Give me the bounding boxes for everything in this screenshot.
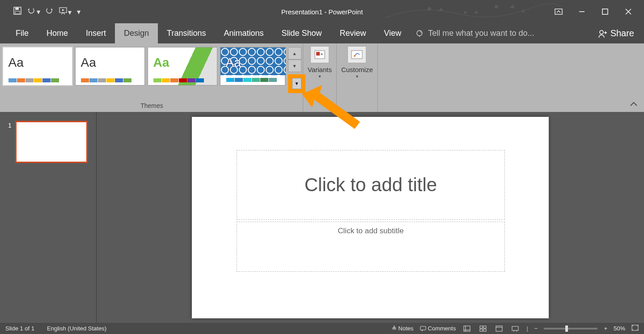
svg-rect-1 bbox=[15, 8, 19, 10]
theme-palette bbox=[81, 78, 131, 82]
group-label-themes: Themes bbox=[140, 100, 163, 111]
slide-indicator[interactable]: Slide 1 of 1 bbox=[5, 325, 34, 332]
collapse-ribbon-icon[interactable] bbox=[630, 101, 638, 108]
theme-preview-text: Aa bbox=[226, 56, 241, 70]
svg-rect-31 bbox=[480, 326, 483, 328]
tell-me-placeholder: Tell me what you want to do... bbox=[428, 29, 534, 38]
theme-integral[interactable]: Aa bbox=[220, 47, 285, 86]
svg-point-6 bbox=[495, 5, 498, 9]
save-icon[interactable] bbox=[13, 7, 21, 17]
svg-rect-37 bbox=[512, 326, 518, 330]
svg-rect-14 bbox=[419, 35, 420, 37]
redo-icon[interactable] bbox=[46, 7, 54, 16]
window-controls bbox=[552, 5, 644, 18]
ribbon-display-options-icon[interactable] bbox=[552, 5, 565, 18]
svg-point-4 bbox=[428, 7, 431, 11]
svg-rect-10 bbox=[602, 9, 608, 14]
status-bar: Slide 1 of 1 English (United States) ≜ N… bbox=[0, 323, 644, 334]
group-variants: a Variants ▼ bbox=[303, 43, 337, 112]
svg-point-15 bbox=[600, 30, 603, 34]
fit-to-window-icon[interactable] bbox=[631, 325, 639, 332]
comments-button[interactable]: Comments bbox=[420, 325, 456, 332]
slide-canvas-area: Click to add title Click to add subtitle bbox=[97, 112, 644, 323]
slide-thumbnail-number: 1 bbox=[8, 122, 12, 129]
tab-file[interactable]: File bbox=[7, 23, 38, 43]
slideshow-view-icon[interactable] bbox=[510, 325, 520, 332]
ribbon-tabs: File Home Insert Design Transitions Anim… bbox=[0, 23, 644, 43]
theme-preview-text: Aa bbox=[153, 56, 169, 70]
slideshow-from-start-icon[interactable]: ▾ bbox=[59, 7, 72, 17]
theme-preview-text: Aa bbox=[8, 56, 24, 70]
svg-point-25 bbox=[354, 55, 356, 57]
undo-icon[interactable]: ▾ bbox=[27, 7, 40, 16]
theme-palette bbox=[8, 78, 59, 82]
svg-rect-2 bbox=[15, 11, 20, 14]
normal-view-icon[interactable] bbox=[462, 325, 472, 332]
notes-button[interactable]: ≜ Notes bbox=[392, 325, 414, 332]
editor-area: 1 Click to add title Click to add subtit… bbox=[0, 112, 644, 323]
svg-rect-22 bbox=[316, 52, 320, 56]
theme-office[interactable]: Aa bbox=[3, 47, 72, 86]
variants-label: Variants bbox=[308, 66, 332, 73]
theme-preview-text: Aa bbox=[81, 56, 96, 70]
title-bar: ▾ ▾ ▾ Presentation1 - PowerPoint bbox=[0, 0, 644, 23]
tab-insert[interactable]: Insert bbox=[77, 23, 115, 43]
tab-animations[interactable]: Animations bbox=[215, 23, 272, 43]
theme-palette bbox=[153, 78, 204, 82]
reading-view-icon[interactable] bbox=[494, 325, 504, 332]
tab-view[interactable]: View bbox=[375, 23, 411, 43]
themes-more-button[interactable]: ▼ bbox=[292, 78, 301, 89]
zoom-out-button[interactable]: − bbox=[534, 325, 538, 332]
tab-home[interactable]: Home bbox=[38, 23, 77, 43]
share-button[interactable]: Share bbox=[588, 23, 644, 43]
minimize-icon[interactable] bbox=[575, 5, 589, 18]
tab-review[interactable]: Review bbox=[331, 23, 375, 43]
zoom-slider[interactable] bbox=[544, 328, 597, 330]
qat-customize-icon[interactable]: ▾ bbox=[77, 8, 80, 16]
slide-canvas[interactable]: Click to add title Click to add subtitle bbox=[192, 117, 549, 318]
maximize-icon[interactable] bbox=[598, 5, 612, 18]
svg-rect-35 bbox=[496, 326, 502, 331]
svg-point-5 bbox=[464, 11, 466, 14]
tab-transitions[interactable]: Transitions bbox=[158, 23, 215, 43]
svg-rect-27 bbox=[420, 326, 426, 330]
svg-rect-8 bbox=[555, 9, 562, 14]
group-customize: Customize ▼ bbox=[337, 43, 378, 112]
status-right: ≜ Notes Comments | − + 50% bbox=[392, 325, 639, 332]
status-left: Slide 1 of 1 English (United States) bbox=[5, 325, 106, 332]
slide-sorter-view-icon[interactable] bbox=[478, 325, 488, 332]
title-placeholder[interactable]: Click to add title bbox=[237, 150, 505, 220]
variants-icon[interactable]: a bbox=[310, 46, 329, 63]
tab-design[interactable]: Design bbox=[115, 23, 158, 43]
zoom-in-button[interactable]: + bbox=[604, 325, 607, 332]
themes-gallery: Aa Aa Aa Aa bbox=[2, 46, 302, 86]
tell-me-search[interactable]: Tell me what you want to do... bbox=[415, 23, 534, 43]
svg-rect-24 bbox=[352, 51, 362, 59]
theme-facet[interactable]: Aa bbox=[148, 47, 217, 86]
theme-palette bbox=[226, 77, 277, 82]
close-icon[interactable] bbox=[622, 5, 635, 18]
theme-office-2[interactable]: Aa bbox=[75, 47, 145, 86]
svg-rect-33 bbox=[480, 329, 483, 331]
ribbon-design: Aa Aa Aa Aa bbox=[0, 43, 644, 112]
tab-slideshow[interactable]: Slide Show bbox=[273, 23, 331, 43]
variants-dropdown-icon[interactable]: ▼ bbox=[318, 74, 322, 79]
svg-rect-28 bbox=[464, 326, 470, 331]
zoom-level[interactable]: 50% bbox=[614, 325, 625, 332]
slide-thumbnail-1[interactable] bbox=[15, 121, 88, 163]
share-label: Share bbox=[610, 28, 634, 39]
language-indicator[interactable]: English (United States) bbox=[47, 325, 106, 332]
customize-icon[interactable] bbox=[347, 46, 366, 63]
themes-scroll-up-button[interactable]: ▲ bbox=[288, 47, 301, 60]
subtitle-placeholder[interactable]: Click to add subtitle bbox=[237, 222, 505, 272]
quick-access-toolbar: ▾ ▾ ▾ bbox=[0, 7, 80, 17]
customize-dropdown-icon[interactable]: ▼ bbox=[355, 74, 359, 79]
group-themes: Aa Aa Aa Aa bbox=[0, 43, 303, 112]
svg-rect-34 bbox=[483, 329, 486, 331]
svg-point-7 bbox=[522, 10, 525, 13]
window-title: Presentation1 - PowerPoint bbox=[281, 8, 363, 16]
themes-scroll-down-button[interactable]: ▼ bbox=[288, 60, 301, 72]
svg-rect-32 bbox=[483, 326, 486, 328]
customize-label: Customize bbox=[341, 66, 373, 73]
slide-thumbnail-panel: 1 bbox=[0, 112, 97, 323]
